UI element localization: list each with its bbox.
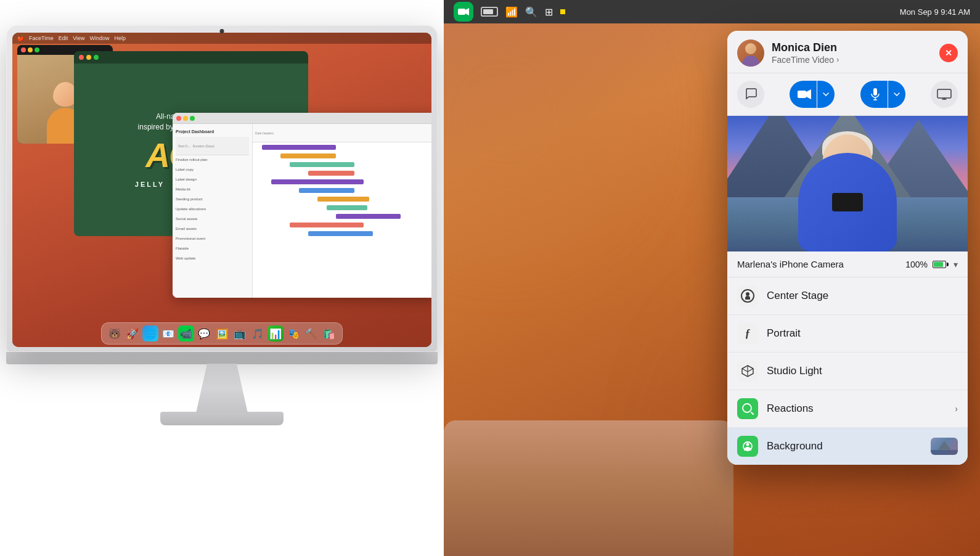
maximize-button[interactable]: [35, 47, 39, 52]
caller-name: Monica Dien: [772, 41, 932, 55]
imac-wrapper: 🍎 FaceTime Edit View Window Help: [3, 25, 441, 531]
center-stage-icon-container: [737, 285, 758, 306]
search-icon[interactable]: 🔍: [525, 6, 537, 18]
menubar-right: Mon Sep 9 9:41 AM: [900, 7, 970, 17]
caller-app-chevron: ›: [836, 55, 839, 64]
menubar-items: 🍎 FaceTime Edit View Window Help: [17, 35, 126, 41]
reactions-chevron: ›: [955, 404, 958, 414]
svg-point-8: [743, 404, 751, 412]
task-row: Seeding product: [176, 195, 249, 203]
gantt-bar-11: [308, 231, 373, 236]
camera-right: 100% ▾: [905, 260, 958, 269]
gantt-title: Project Dashboard: [176, 129, 214, 134]
bubble-icon: [744, 88, 757, 101]
menu-item-reactions[interactable]: Reactions ›: [727, 390, 968, 428]
dock-icon-mail[interactable]: 📧: [160, 325, 176, 341]
video-feed: [727, 116, 968, 251]
svg-rect-7: [937, 89, 951, 98]
dock-icon-launchpad[interactable]: 🚀: [125, 325, 141, 341]
menubar-window[interactable]: Window: [90, 35, 110, 41]
menubar-facetime[interactable]: FaceTime: [29, 35, 54, 41]
dock-icon-facetime[interactable]: 📹: [178, 325, 194, 341]
camera-bar: Marlena's iPhone Camera 100% ▾: [727, 251, 968, 277]
gantt-task-list: Project Dashboard Start D... Duration (D…: [173, 124, 253, 298]
gantt-titlebar: [173, 113, 431, 124]
gantt-bar-6: [299, 188, 354, 193]
menubar-left: 📶 🔍 ⊞: [454, 2, 565, 22]
panel-header: Monica Dien FaceTime Video › ✕: [727, 31, 968, 73]
gantt-max[interactable]: [190, 116, 195, 121]
dock-icon-numbers[interactable]: 📊: [267, 325, 284, 341]
gantt-bars-container: [253, 142, 431, 298]
agar-titlebar: [74, 51, 308, 63]
close-button[interactable]: [21, 47, 26, 52]
video-button-group: [790, 81, 835, 108]
task-row: Social assets: [176, 215, 249, 223]
task-row: Finalize rollout plan: [176, 155, 249, 164]
menu-item-center-stage[interactable]: Center Stage: [727, 277, 968, 315]
minimize-button[interactable]: [28, 47, 33, 52]
table-surface: [444, 420, 733, 556]
imac-screen-bezel: 🍎 FaceTime Edit View Window Help: [12, 33, 431, 347]
iphone-bottom-obj: [444, 420, 733, 556]
gantt-header-row: Project Dashboard: [176, 127, 249, 136]
chevron-down-icon: [823, 92, 829, 96]
task-row: Web update: [176, 254, 249, 263]
menubar-apple[interactable]: 🍎: [17, 35, 24, 41]
dock-icon-keynote[interactable]: 🎭: [285, 325, 301, 341]
gantt-close[interactable]: [176, 116, 181, 121]
video-button[interactable]: [790, 81, 817, 108]
menu-item-studio-light[interactable]: Studio Light: [727, 353, 968, 390]
center-stage-label: Center Stage: [767, 290, 958, 302]
dock-icon-photos[interactable]: 🖼️: [214, 325, 230, 341]
menubar-view[interactable]: View: [73, 35, 84, 41]
caller-avatar: [737, 39, 764, 67]
gantt-bar-8: [327, 205, 367, 210]
gantt-min[interactable]: [183, 116, 188, 121]
person-scarf: [832, 193, 863, 211]
menubar-datetime: Mon Sep 9 9:41 AM: [900, 7, 970, 17]
mic-button[interactable]: [860, 81, 888, 108]
mic-dropdown[interactable]: [888, 81, 905, 108]
control-center-icon[interactable]: ⊞: [545, 6, 553, 18]
dock-icon-safari[interactable]: 🌐: [142, 325, 158, 341]
svg-point-11: [746, 443, 749, 446]
panel-controls: [727, 73, 968, 116]
menubar-help[interactable]: Help: [115, 35, 126, 41]
camera-dropdown[interactable]: ▾: [953, 260, 958, 269]
caller-info: Monica Dien FaceTime Video ›: [772, 41, 932, 65]
notification-dot: [560, 9, 565, 14]
dock-icon-appstore[interactable]: 🛍️: [321, 325, 337, 341]
dock-icon-finder[interactable]: 🐻: [107, 325, 123, 341]
menu-item-background[interactable]: Background: [727, 428, 968, 465]
macos-panel: 📶 🔍 ⊞ Mon Sep 9 9:41 AM: [444, 0, 980, 556]
imac-base: [160, 412, 284, 425]
svg-rect-0: [458, 9, 465, 15]
menubar-edit[interactable]: Edit: [59, 35, 68, 41]
task-row: Media kit: [176, 185, 249, 194]
close-button[interactable]: ✕: [939, 44, 958, 62]
battery-body: [933, 261, 946, 268]
gantt-window[interactable]: Project Dashboard Start D... Duration (D…: [173, 113, 431, 298]
dock-icon-music[interactable]: 🎵: [250, 325, 266, 341]
screen-icon: [937, 89, 952, 100]
chat-button[interactable]: [737, 81, 764, 108]
imac-chin: [6, 352, 438, 364]
macos-desktop: 🍎 FaceTime Edit View Window Help: [12, 33, 431, 347]
avatar-head: [745, 43, 756, 54]
camera-icon: [458, 7, 469, 16]
agar-min[interactable]: [86, 55, 91, 60]
dock-icon-appletv[interactable]: 📺: [232, 325, 248, 341]
agar-close[interactable]: [79, 55, 84, 60]
dock-icon-xcode[interactable]: 🔨: [303, 325, 319, 341]
menu-item-portrait[interactable]: ƒ Portrait: [727, 315, 968, 353]
background-label: Background: [767, 440, 922, 452]
dock-icon-messages[interactable]: 💬: [196, 325, 212, 341]
gantt-col-headers: Start D... Duration (Days): [176, 137, 249, 155]
facetime-menubar-icon[interactable]: [454, 2, 473, 22]
camera-name: Marlena's iPhone Camera: [737, 259, 844, 269]
screen-share-button[interactable]: [931, 81, 958, 108]
background-thumbnail: [931, 438, 958, 455]
video-dropdown[interactable]: [817, 81, 835, 108]
agar-max[interactable]: [94, 55, 99, 60]
